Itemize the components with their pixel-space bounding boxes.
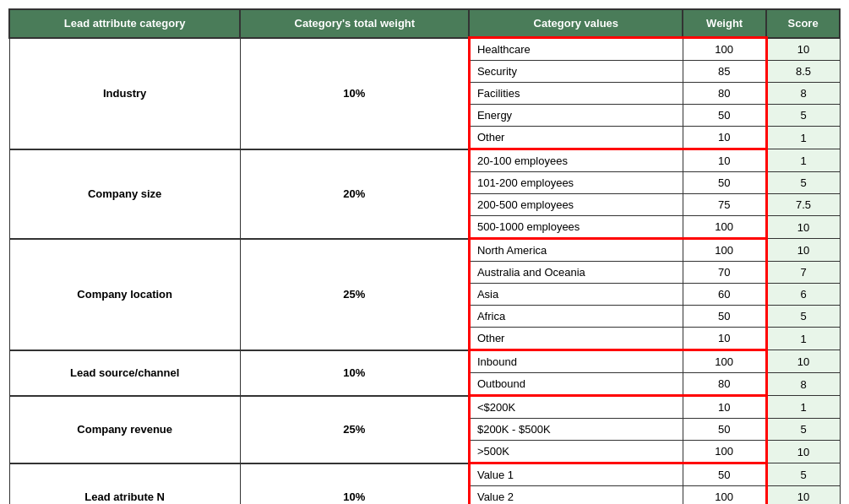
score-cell: 1: [766, 396, 840, 419]
weight-value-cell: 50: [683, 419, 766, 441]
total-weight-cell: 25%: [240, 239, 469, 350]
weight-value-cell: 80: [683, 83, 766, 105]
value-cell: 20-100 employees: [469, 149, 683, 172]
value-cell: Australia and Oceania: [469, 262, 683, 284]
weight-value-cell: 100: [683, 350, 766, 373]
score-cell: 5: [766, 172, 840, 194]
col-header-score: Score: [766, 9, 840, 38]
value-cell: Other: [469, 328, 683, 350]
table-row: Lead source/channel10%Inbound10010: [9, 350, 840, 373]
weight-value-cell: 100: [683, 38, 766, 61]
total-weight-cell: 20%: [240, 149, 469, 239]
category-cell: Company revenue: [9, 396, 240, 463]
col-header-weight: Weight: [683, 9, 766, 38]
weight-value-cell: 50: [683, 306, 766, 328]
col-header-category: Lead attribute category: [9, 9, 240, 38]
score-cell: 1: [766, 149, 840, 172]
category-cell: Company location: [9, 239, 240, 350]
score-cell: 6: [766, 284, 840, 306]
table-row: Lead atribute N10%Value 1505: [9, 463, 840, 486]
score-cell: 7.5: [766, 194, 840, 216]
score-cell: 10: [766, 38, 840, 61]
score-cell: 1: [766, 127, 840, 149]
score-cell: 8.5: [766, 61, 840, 83]
weight-value-cell: 10: [683, 328, 766, 350]
value-cell: Inbound: [469, 350, 683, 373]
value-cell: Other: [469, 127, 683, 149]
score-cell: 5: [766, 105, 840, 127]
total-weight-cell: 25%: [240, 396, 469, 463]
value-cell: Asia: [469, 284, 683, 306]
table-row: Company revenue25%<$200K101: [9, 396, 840, 419]
score-cell: 1: [766, 328, 840, 350]
weight-value-cell: 10: [683, 396, 766, 419]
category-cell: Industry: [9, 38, 240, 149]
table-row: Company location25%North America10010: [9, 239, 840, 262]
col-header-values: Category values: [469, 9, 683, 38]
value-cell: >500K: [469, 441, 683, 463]
category-cell: Lead atribute N: [9, 463, 240, 505]
weight-value-cell: 70: [683, 262, 766, 284]
score-cell: 7: [766, 262, 840, 284]
value-cell: 200-500 employees: [469, 194, 683, 216]
weight-value-cell: 100: [683, 216, 766, 239]
weight-value-cell: 85: [683, 61, 766, 83]
score-cell: 8: [766, 373, 840, 396]
weight-value-cell: 100: [683, 486, 766, 505]
value-cell: $200K - $500K: [469, 419, 683, 441]
value-cell: <$200K: [469, 396, 683, 419]
value-cell: Outbound: [469, 373, 683, 396]
total-weight-cell: 10%: [240, 350, 469, 396]
score-cell: 10: [766, 350, 840, 373]
value-cell: Energy: [469, 105, 683, 127]
weight-value-cell: 50: [683, 172, 766, 194]
value-cell: Value 1: [469, 463, 683, 486]
category-cell: Lead source/channel: [9, 350, 240, 396]
weight-value-cell: 80: [683, 373, 766, 396]
value-cell: Facilities: [469, 83, 683, 105]
score-cell: 8: [766, 83, 840, 105]
weight-value-cell: 75: [683, 194, 766, 216]
score-cell: 5: [766, 419, 840, 441]
score-cell: 5: [766, 463, 840, 486]
table-row: Company size20%20-100 employees101: [9, 149, 840, 172]
weight-value-cell: 50: [683, 105, 766, 127]
value-cell: Security: [469, 61, 683, 83]
value-cell: 500-1000 employees: [469, 216, 683, 239]
table-row: Industry10%Healthcare10010: [9, 38, 840, 61]
weight-value-cell: 50: [683, 463, 766, 486]
total-weight-cell: 10%: [240, 463, 469, 505]
value-cell: Healthcare: [469, 38, 683, 61]
score-cell: 5: [766, 306, 840, 328]
weight-value-cell: 100: [683, 239, 766, 262]
value-cell: Africa: [469, 306, 683, 328]
weight-value-cell: 60: [683, 284, 766, 306]
score-cell: 10: [766, 441, 840, 463]
value-cell: North America: [469, 239, 683, 262]
total-weight-cell: 10%: [240, 38, 469, 149]
value-cell: Value 2: [469, 486, 683, 505]
weight-value-cell: 10: [683, 149, 766, 172]
score-cell: 10: [766, 239, 840, 262]
weight-value-cell: 10: [683, 127, 766, 149]
lead-scoring-table: Lead attribute category Category's total…: [8, 8, 841, 504]
score-cell: 10: [766, 216, 840, 239]
category-cell: Company size: [9, 149, 240, 239]
score-cell: 10: [766, 486, 840, 505]
col-header-total-weight: Category's total weight: [240, 9, 469, 38]
value-cell: 101-200 employees: [469, 172, 683, 194]
weight-value-cell: 100: [683, 441, 766, 463]
